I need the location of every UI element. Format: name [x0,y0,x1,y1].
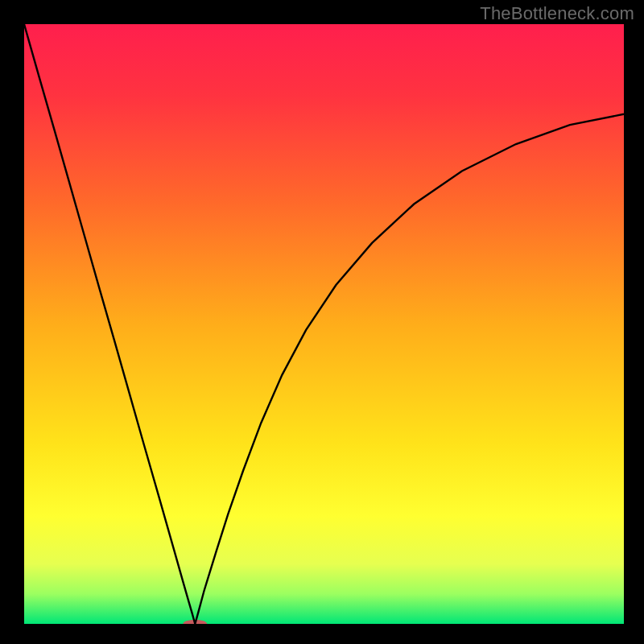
bottleneck-chart [24,24,624,624]
watermark-label: TheBottleneck.com [480,3,634,24]
chart-frame: TheBottleneck.com [0,0,644,644]
gradient-background [24,24,624,624]
plot-area [24,24,624,624]
